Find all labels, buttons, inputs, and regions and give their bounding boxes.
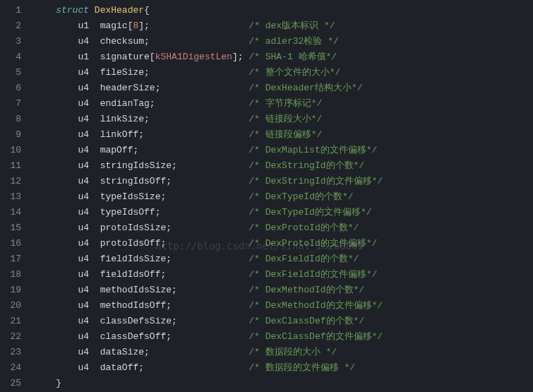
comment: /* SHA-1 哈希值*/: [248, 52, 337, 62]
comment: /* 链接段大小*/: [248, 114, 322, 124]
type-token: u4: [78, 362, 89, 373]
code-line: u1 magic[8]; /* dex版本标识 */: [34, 18, 533, 34]
code-line: u4 stringIdsOff; /* DexStringId的文件偏移*/: [34, 174, 533, 189]
type-token: u4: [78, 300, 89, 311]
type-token: u4: [78, 176, 89, 186]
code-line: u1 signature[kSHA1DigestLen]; /* SHA-1 哈…: [34, 49, 533, 65]
code-line: u4 classDefsSize; /* DexClassDef的个数*/: [34, 314, 533, 329]
comment: /* 整个文件的大小*/: [248, 67, 340, 78]
comment: /* 链接段偏移*/: [248, 129, 322, 140]
code-line: u4 linkOff; /* 链接段偏移*/: [34, 127, 533, 143]
type-token: u1: [78, 20, 89, 31]
code-line: u4 typeIdsSize; /* DexTypeId的个数*/: [34, 189, 533, 205]
type-token: u4: [78, 207, 89, 218]
comment: /* DexMethodId的文件偏移*/: [248, 300, 383, 311]
line-number: 23: [0, 345, 21, 360]
type-token: u4: [78, 285, 89, 295]
line-number: 18: [0, 267, 21, 283]
comment: /* 数据段的文件偏移 */: [248, 362, 355, 373]
line-number: 12: [0, 174, 21, 189]
code-line: u4 protoIdsOff; /* DexProtoId的文件偏移*/: [34, 236, 533, 251]
type-token: u4: [78, 347, 89, 357]
type-token: u4: [78, 160, 89, 171]
comment: /* dex版本标识 */: [248, 20, 335, 31]
comment: /* DexStringId的文件偏移*/: [248, 176, 383, 186]
type-token: u1: [78, 52, 89, 62]
line-number-gutter: 1234567891011121314151617181920212223242…: [0, 0, 28, 392]
comment: /* DexProtoId的个数*/: [248, 222, 359, 233]
code-line: u4 dataOff; /* 数据段的文件偏移 */: [34, 360, 533, 376]
line-number: 7: [0, 96, 21, 112]
type-token: u4: [78, 145, 89, 155]
type-token: u4: [78, 238, 89, 249]
comment: /* DexTypeId的个数*/: [248, 191, 353, 202]
type-token: u4: [78, 83, 89, 93]
comment: /* DexMapList的文件偏移*/: [248, 145, 377, 155]
line-number: 25: [0, 376, 21, 391]
keyword-struct: struct: [56, 5, 89, 16]
line-number: 24: [0, 360, 21, 376]
code-line: u4 endianTag; /* 字节序标记*/: [34, 96, 533, 112]
code-line: u4 fieldIdsSize; /* DexFieldId的个数*/: [34, 251, 533, 267]
comment: /* DexFieldId的个数*/: [248, 254, 359, 264]
code-line: u4 headerSize; /* DexHeader结构大小*/: [34, 81, 533, 96]
code-editor: 1234567891011121314151617181920212223242…: [0, 0, 533, 392]
line-number: 5: [0, 65, 21, 81]
code-line: u4 checksum; /* adler32检验 */: [34, 34, 533, 49]
code-line: u4 dataSize; /* 数据段的大小 */: [34, 345, 533, 360]
line-number: 6: [0, 81, 21, 96]
line-number: 13: [0, 189, 21, 205]
code-line: u4 linkSize; /* 链接段大小*/: [34, 112, 533, 127]
comment: /* DexFieldId的文件偏移*/: [248, 269, 377, 280]
comment: /* DexStringId的个数*/: [248, 160, 364, 171]
type-token: u4: [78, 36, 89, 47]
code-line: u4 classDefsOff; /* DexClassDef的文件偏移*/: [34, 329, 533, 345]
code-line: u4 protoIdsSize; /* DexProtoId的个数*/: [34, 220, 533, 236]
code-line: u4 stringIdsSize; /* DexStringId的个数*/: [34, 158, 533, 174]
comment: /* DexTypeId的文件偏移*/: [248, 207, 371, 218]
type-token: u4: [78, 269, 89, 280]
code-line: u4 methodIdsSize; /* DexMethodId的个数*/: [34, 283, 533, 298]
comment: /* DexClassDef的个数*/: [248, 316, 364, 326]
type-token: u4: [78, 222, 89, 233]
line-number: 22: [0, 329, 21, 345]
line-number: 16: [0, 236, 21, 251]
type-token: u4: [78, 129, 89, 140]
line-number: 17: [0, 251, 21, 267]
line-number: 2: [0, 18, 21, 34]
line-number: 8: [0, 112, 21, 127]
line-number: 19: [0, 283, 21, 298]
type-token: u4: [78, 254, 89, 264]
close-brace: }: [56, 378, 61, 388]
comment: /* DexMethodId的个数*/: [248, 285, 364, 295]
type-token: u4: [78, 191, 89, 202]
line-number: 21: [0, 314, 21, 329]
comment: /* 字节序标记*/: [248, 98, 322, 109]
code-line: u4 methodIdsOff; /* DexMethodId的文件偏移*/: [34, 298, 533, 314]
code-content[interactable]: struct DexHeader{ u1 magic[8]; /* dex版本标…: [28, 0, 533, 392]
code-line: u4 mapOff; /* DexMapList的文件偏移*/: [34, 143, 533, 158]
line-number: 1: [0, 3, 21, 18]
comment: /* DexClassDef的文件偏移*/: [248, 331, 383, 342]
line-number: 15: [0, 220, 21, 236]
line-number: 9: [0, 127, 21, 143]
code-line: u4 fieldIdsOff; /* DexFieldId的文件偏移*/: [34, 267, 533, 283]
type-token: u4: [78, 331, 89, 342]
line-number: 3: [0, 34, 21, 49]
line-number: 10: [0, 143, 21, 158]
code-line: u4 typeIdsOff; /* DexTypeId的文件偏移*/: [34, 205, 533, 220]
line-number: 11: [0, 158, 21, 174]
comment: /* 数据段的大小 */: [248, 347, 337, 357]
type-token: u4: [78, 316, 89, 326]
type-name: DexHeader: [95, 5, 144, 16]
type-token: u4: [78, 98, 89, 109]
code-line: }: [34, 376, 533, 391]
type-token: u4: [78, 67, 89, 78]
line-number: 20: [0, 298, 21, 314]
line-number: 14: [0, 205, 21, 220]
comment: /* DexProtoId的文件偏移*/: [248, 238, 377, 249]
comment: /* DexHeader结构大小*/: [248, 83, 362, 93]
code-line: u4 fileSize; /* 整个文件的大小*/: [34, 65, 533, 81]
type-token: u4: [78, 114, 89, 124]
line-number: 4: [0, 49, 21, 65]
